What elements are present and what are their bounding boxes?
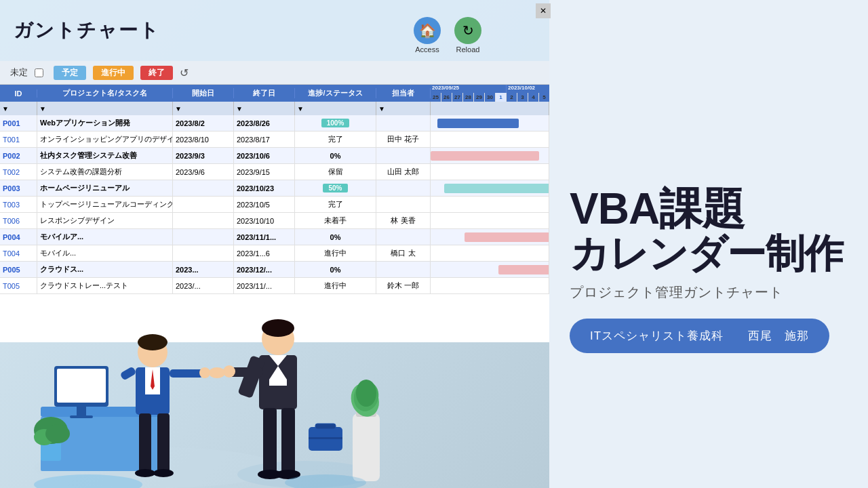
refresh-icon[interactable]: ↺	[180, 66, 189, 79]
table-row: P001 Webアプリケーション開発 2023/8/2 2023/8/26 10…	[0, 115, 549, 131]
task-id-link[interactable]: T004	[3, 249, 20, 258]
cell-end: 2023/11/1...	[234, 229, 295, 245]
table-row: P003 ホームページリニューアル 2023/10/23 50%	[0, 180, 549, 197]
cell-owner	[376, 148, 431, 163]
cell-name: オンラインショッピングアプリのデザイン	[37, 131, 173, 147]
col-headers: ID プロジェクト名/タスク名 開始日 終了日 進捗/ステータス 担当者 202…	[0, 85, 549, 102]
cell-id: T002	[0, 164, 37, 180]
cell-id: T004	[0, 245, 37, 261]
filter-status[interactable]: ▼	[295, 102, 376, 115]
cell-status: 0%	[295, 148, 376, 163]
cell-end: 2023/8/17	[234, 131, 295, 147]
task-id-link[interactable]: T001	[3, 136, 20, 144]
cell-end: 2023/10/23	[234, 180, 295, 196]
project-id-link[interactable]: P005	[3, 266, 20, 274]
project-id-link[interactable]: P004	[3, 233, 20, 241]
svg-rect-33	[263, 408, 277, 476]
reload-label: Reload	[456, 45, 480, 54]
filter-row: ▼ ▼ ▼ ▼ ▼ ▼	[0, 102, 549, 115]
table-row: T006 レスポンシブデザイン 2023/10/10 未着手 林 美香	[0, 213, 549, 229]
svg-rect-21	[157, 413, 170, 474]
status-chip-shinkouchu[interactable]: 進行中	[93, 66, 134, 80]
cell-start: 2023/9/6	[173, 164, 234, 180]
filter-start[interactable]: ▼	[173, 102, 234, 115]
status-miteい-label: 未定	[10, 66, 28, 79]
cell-name: Webアプリケーション開発	[37, 115, 173, 131]
cell-start	[173, 245, 234, 261]
filter-id[interactable]: ▼	[0, 102, 37, 115]
table-row: T002 システム改善の課題分析 2023/9/6 2023/9/15 保留 山…	[0, 164, 549, 180]
cell-chart	[431, 115, 549, 131]
cell-id: P002	[0, 148, 37, 163]
home-icon: 🏠	[414, 17, 441, 44]
cell-start: 2023/8/2	[173, 115, 234, 131]
cell-chart	[431, 197, 549, 212]
cell-name: ホームページリニューアル	[37, 180, 173, 196]
status-bar: 未定 予定 進行中 終了 ↺	[0, 61, 549, 85]
cell-id: P005	[0, 262, 37, 277]
filter-owner[interactable]: ▼	[376, 102, 431, 115]
svg-rect-38	[353, 413, 380, 481]
access-button[interactable]: 🏠 Access	[414, 17, 441, 54]
vba-sub-description: プロジェクト管理ガントチャート	[570, 283, 848, 302]
table-row: P002 社内タスク管理システム改善 2023/9/3 2023/10/6 0%	[0, 148, 549, 164]
header-icon-group: 🏠 Access ↻ Reload	[414, 17, 481, 54]
project-id-link[interactable]: P003	[3, 184, 20, 192]
cell-chart	[431, 131, 549, 147]
project-id-link[interactable]: P002	[3, 152, 20, 160]
cell-chart	[431, 148, 549, 163]
cell-owner	[376, 180, 431, 196]
cell-status: 0%	[295, 262, 376, 277]
svg-rect-45	[309, 437, 342, 439]
table-row: T003 トップページリニューアルコーディング 2023/10/5 完了	[0, 197, 549, 213]
table-row: P004 モバイルア... 2023/11/1... 0%	[0, 229, 549, 245]
cell-name: クラウドス...	[37, 262, 173, 277]
status-chip-yotei[interactable]: 予定	[54, 66, 86, 80]
reload-button[interactable]: ↻ Reload	[454, 17, 481, 54]
filter-name[interactable]: ▼	[37, 102, 173, 115]
cell-chart	[431, 229, 549, 245]
task-id-link[interactable]: T005	[3, 282, 20, 290]
cell-owner: 山田 太郎	[376, 164, 431, 180]
cell-chart	[431, 245, 549, 261]
filter-end[interactable]: ▼	[234, 102, 295, 115]
header-end[interactable]: 終了日	[234, 88, 295, 98]
cell-status: 50%	[295, 180, 376, 196]
svg-point-19	[199, 367, 210, 378]
access-label: Access	[415, 45, 439, 54]
svg-point-13	[138, 334, 167, 350]
status-checkbox[interactable]	[35, 68, 43, 77]
cell-name: 社内タスク管理システム改善	[37, 148, 173, 163]
svg-rect-34	[281, 408, 295, 476]
table-row: T004 モバイル... 2023/1...6 進行中 橋口 太	[0, 245, 549, 262]
cell-status: 完了	[295, 131, 376, 147]
cell-chart	[431, 213, 549, 228]
person-illustration	[20, 291, 414, 488]
cell-chart	[431, 180, 549, 196]
table-row: T001 オンラインショッピングアプリのデザイン 2023/8/10 2023/…	[0, 131, 549, 148]
cell-start	[173, 180, 234, 196]
header-id[interactable]: ID	[0, 89, 37, 98]
cell-end: 2023/10/6	[234, 148, 295, 163]
cell-start: 2023/9/3	[173, 148, 234, 163]
close-button[interactable]: ✕	[536, 3, 551, 18]
vba-main-title: VBA課題	[570, 186, 848, 232]
svg-point-23	[153, 469, 174, 477]
cell-start	[173, 213, 234, 228]
cell-status: 進行中	[295, 245, 376, 261]
header-start[interactable]: 開始日	[173, 88, 234, 98]
cell-owner: 田中 花子	[376, 131, 431, 147]
task-id-link[interactable]: T003	[3, 201, 20, 209]
cell-owner	[376, 229, 431, 245]
cell-id: P004	[0, 229, 37, 245]
project-id-link[interactable]: P001	[3, 119, 20, 127]
cell-id: P003	[0, 180, 37, 196]
task-id-link[interactable]: T002	[3, 168, 20, 176]
header-status[interactable]: 進捗/ステータス	[295, 88, 376, 98]
header-chart: 2023/09/25 2023/10/02 2023/10/09 2023/10…	[431, 85, 549, 102]
status-chip-shuryo[interactable]: 終了	[140, 66, 173, 80]
task-id-link[interactable]: T006	[3, 217, 20, 225]
gantt-title: ガントチャート	[14, 18, 160, 43]
header-owner[interactable]: 担当者	[376, 88, 431, 98]
cell-start	[173, 229, 234, 245]
